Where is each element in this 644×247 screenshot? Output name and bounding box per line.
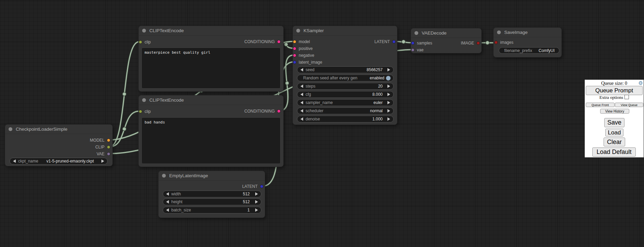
filename-prefix-widget[interactable]: filename_prefix ComfyUI — [499, 47, 559, 54]
link-midpoint-dot[interactable] — [402, 40, 406, 44]
latent-port-dot[interactable] — [411, 41, 414, 45]
node-title-bar[interactable]: CheckpointLoaderSimple — [5, 125, 112, 134]
node-title-bar[interactable]: EmptyLatentImage — [159, 171, 265, 181]
settings-gear-icon[interactable]: ⚙ — [639, 80, 643, 86]
port-images-input[interactable]: images — [494, 39, 513, 46]
conditioning-port-dot[interactable] — [277, 40, 281, 43]
vae-port-dot[interactable] — [411, 48, 414, 52]
decrement-arrow-icon[interactable] — [166, 200, 169, 204]
positive-prompt-textarea[interactable]: masterpiece best quality girl — [141, 48, 281, 89]
image-port-dot[interactable] — [494, 41, 498, 44]
conditioning-port-dot[interactable] — [293, 47, 296, 50]
port-vae-input[interactable]: vae — [411, 47, 423, 53]
port-conditioning-output[interactable]: CONDITIONING — [244, 38, 281, 45]
port-latent-output[interactable]: LATENT — [242, 183, 263, 190]
port-model-input[interactable]: model — [293, 38, 310, 45]
clip-port-dot[interactable] — [139, 40, 142, 44]
node-empty-latent-image[interactable]: EmptyLatentImage LATENT width 512 height… — [158, 171, 265, 218]
decrement-arrow-icon[interactable] — [300, 101, 303, 104]
node-title-bar[interactable]: KSampler — [293, 26, 397, 36]
decrement-arrow-icon[interactable] — [166, 192, 169, 196]
link-midpoint-dot[interactable] — [285, 81, 289, 85]
seed-widget[interactable]: seed 8566257 — [297, 66, 394, 73]
increment-arrow-icon[interactable] — [255, 192, 258, 196]
latent-port-dot[interactable] — [392, 40, 396, 43]
decrement-arrow-icon[interactable] — [300, 117, 303, 121]
latent-port-dot[interactable] — [293, 61, 296, 64]
port-latent-output[interactable]: LATENT — [374, 38, 396, 45]
image-port-dot[interactable] — [476, 41, 480, 45]
latent-port-dot[interactable] — [260, 185, 263, 188]
clear-button[interactable]: Clear — [604, 138, 625, 146]
port-negative-input[interactable]: negative — [293, 52, 314, 59]
node-collapse-dot[interactable] — [296, 29, 300, 32]
node-collapse-dot[interactable] — [162, 174, 166, 178]
sampler-name-widget[interactable]: sampler_name euler — [297, 99, 394, 106]
node-collapse-dot[interactable] — [142, 29, 146, 32]
increment-arrow-icon[interactable] — [387, 93, 390, 96]
port-vae-output[interactable]: VAE — [97, 151, 110, 157]
view-queue-button[interactable]: View Queue — [615, 103, 643, 107]
queue-prompt-button[interactable]: Queue Prompt — [586, 86, 643, 95]
ckpt-name-widget[interactable]: ckpt_name v1-5-pruned-emaonly.ckpt — [10, 158, 108, 165]
scheduler-widget[interactable]: scheduler normal — [297, 107, 394, 114]
height-widget[interactable]: height 512 — [163, 198, 261, 205]
clip-port-dot[interactable] — [139, 110, 142, 113]
port-latent-image-input[interactable]: latent_image — [293, 59, 322, 66]
port-model-output[interactable]: MODEL — [90, 137, 110, 144]
save-button[interactable]: Save — [604, 118, 624, 127]
node-collapse-dot[interactable] — [9, 127, 12, 131]
port-clip-input[interactable]: clip — [139, 39, 151, 46]
denoise-widget[interactable]: denoise 1.000 — [297, 116, 394, 122]
node-title-bar[interactable]: SaveImage — [494, 28, 561, 37]
clip-port-dot[interactable] — [107, 145, 110, 149]
model-port-dot[interactable] — [293, 40, 296, 43]
decrement-arrow-icon[interactable] — [300, 93, 303, 96]
increment-arrow-icon[interactable] — [387, 117, 390, 121]
node-save-image[interactable]: SaveImage images filename_prefix ComfyUI — [493, 27, 562, 57]
link-midpoint-dot[interactable] — [284, 43, 288, 47]
node-collapse-dot[interactable] — [497, 30, 501, 34]
decrement-arrow-icon[interactable] — [300, 109, 303, 113]
node-checkpoint-loader[interactable]: CheckpointLoaderSimple MODEL CLIP VAE ck… — [5, 124, 113, 166]
decrement-arrow-icon[interactable] — [166, 208, 169, 212]
node-clip-text-encode-negative[interactable]: CLIPTextEncode clip CONDITIONING bad han… — [138, 95, 284, 167]
node-title-bar[interactable]: VAEDecode — [411, 28, 481, 38]
link-midpoint-dot[interactable] — [123, 127, 126, 131]
increment-arrow-icon[interactable] — [387, 109, 390, 113]
node-ksampler[interactable]: KSampler model positive negative latent_… — [293, 26, 397, 125]
steps-widget[interactable]: steps 20 — [297, 83, 394, 90]
link-midpoint-dot[interactable] — [123, 92, 126, 96]
vae-port-dot[interactable] — [107, 152, 110, 156]
decrement-arrow-icon[interactable] — [300, 68, 303, 72]
increment-arrow-icon[interactable] — [101, 159, 104, 163]
decrement-arrow-icon[interactable] — [13, 159, 16, 163]
decrement-arrow-icon[interactable] — [300, 84, 303, 88]
increment-arrow-icon[interactable] — [387, 101, 390, 104]
batch-size-widget[interactable]: batch_size 1 — [163, 207, 261, 213]
view-history-button[interactable]: View History — [600, 109, 629, 114]
port-clip-output[interactable]: CLIP — [95, 144, 110, 151]
node-collapse-dot[interactable] — [142, 98, 146, 102]
random-seed-widget[interactable]: Random seed after every gen enabled — [297, 75, 394, 81]
increment-arrow-icon[interactable] — [387, 84, 390, 88]
node-clip-text-encode-positive[interactable]: CLIPTextEncode clip CONDITIONING masterp… — [138, 26, 284, 92]
port-clip-input[interactable]: clip — [139, 108, 151, 115]
conditioning-port-dot[interactable] — [293, 54, 296, 57]
comfyui-canvas[interactable]: { "app": "ComfyUI node graph", "colors":… — [0, 0, 644, 247]
node-collapse-dot[interactable] — [414, 31, 418, 35]
link-midpoint-dot[interactable] — [486, 41, 490, 45]
load-default-button[interactable]: Load Default — [592, 147, 636, 157]
port-image-output[interactable]: IMAGE — [461, 40, 480, 47]
queue-front-button[interactable]: Queue Front — [586, 103, 615, 107]
cfg-widget[interactable]: cfg 8.000 — [297, 91, 394, 98]
load-button[interactable]: Load — [605, 129, 623, 136]
increment-arrow-icon[interactable] — [387, 68, 390, 72]
node-title-bar[interactable]: CLIPTextEncode — [139, 26, 283, 36]
node-title-bar[interactable]: CLIPTextEncode — [139, 95, 283, 105]
node-vae-decode[interactable]: VAEDecode samples vae IMAGE — [411, 28, 482, 53]
port-samples-input[interactable]: samples — [411, 40, 432, 47]
increment-arrow-icon[interactable] — [255, 208, 258, 212]
negative-prompt-textarea[interactable]: bad hands — [141, 117, 281, 164]
conditioning-port-dot[interactable] — [277, 109, 281, 113]
